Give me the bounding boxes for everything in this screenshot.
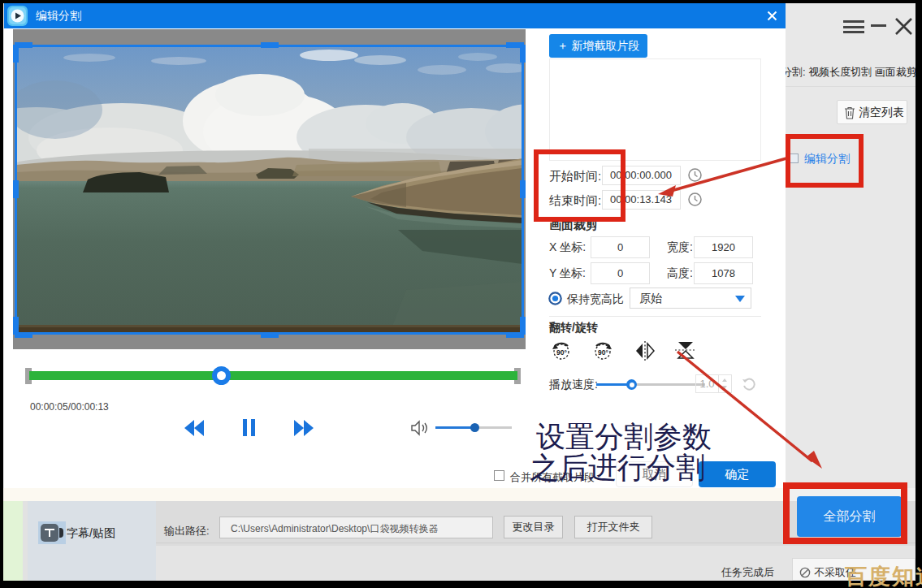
- svg-text:90°: 90°: [556, 348, 567, 357]
- svg-text:90°: 90°: [598, 348, 608, 357]
